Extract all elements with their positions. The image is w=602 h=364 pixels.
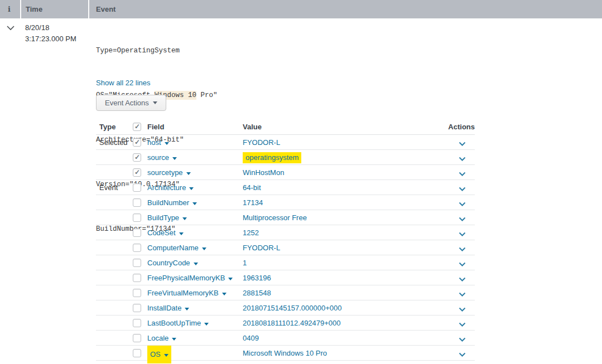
field-name-dropdown[interactable]: Architecture [147,180,194,195]
field-select-checkbox[interactable] [133,274,141,282]
caret-down-icon [165,142,169,145]
field-value-label: Microsoft Windows 10 Pro [243,349,327,357]
field-name-dropdown[interactable]: InstallDate [147,300,189,316]
field-value-label: 0409 [243,334,259,342]
field-actions-chevron-icon[interactable] [459,245,466,250]
field-actions-chevron-icon[interactable] [459,305,466,310]
field-select-checkbox[interactable] [133,198,141,207]
caret-down-icon [222,293,227,295]
field-name-label: FreePhysicalMemoryKB [147,274,225,282]
field-select-checkbox[interactable] [133,213,141,222]
field-name-dropdown[interactable]: BuildNumber [147,195,197,210]
show-all-lines-link[interactable]: Show all 22 lines [96,79,151,87]
collapse-event-chevron-icon[interactable] [6,23,15,30]
field-actions-chevron-icon[interactable] [459,260,466,265]
field-name-label: ComputerName [147,244,199,252]
field-value-label: FYODOR-L [243,138,280,147]
event-time: 3:17:23.000 PM [25,33,76,45]
fields-table-header: Type Field Value Actions [96,122,475,135]
field-value-link[interactable]: FYODOR-L [243,135,280,150]
field-select-checkbox[interactable] [133,229,141,237]
field-value-link[interactable]: 2881548 [243,285,271,300]
field-actions-chevron-icon[interactable] [459,275,466,280]
field-name-dropdown[interactable]: FreePhysicalMemoryKB [147,270,233,285]
caret-down-icon [153,101,157,104]
event-actions-button[interactable]: Event Actions [96,95,166,111]
field-select-checkbox[interactable] [133,259,141,267]
field-name-dropdown[interactable]: ComputerName [147,240,206,255]
field-name-label: LastBootUpTime [147,319,201,327]
field-table-row: Event Architecture 64-bit [96,180,475,195]
field-value-link[interactable]: 1252 [243,225,259,240]
row-type-label: Event [99,180,118,195]
caret-down-icon [172,157,177,160]
field-value-link[interactable]: 1 [243,255,247,270]
field-value-label: 20180818111012.492479+000 [243,319,341,327]
field-name-dropdown[interactable]: BuildType [147,210,187,225]
field-table-row: BuildType Multiprocessor Free [96,210,475,225]
caret-down-icon [228,278,233,280]
info-column-header: i [8,0,11,18]
field-name-label: InstallDate [147,304,181,312]
field-value-link[interactable]: Microsoft Windows 10 Pro [243,346,327,361]
field-value-link[interactable]: Multiprocessor Free [243,210,307,225]
field-name-dropdown[interactable]: LastBootUpTime [147,316,209,331]
field-select-checkbox[interactable] [133,153,141,162]
field-name-dropdown[interactable]: sourcetype [147,165,191,180]
field-name-dropdown[interactable]: CodeSet [147,225,184,240]
event-actions-label: Event Actions [105,99,149,107]
field-name-label: OS [150,350,161,358]
field-value-label: 1 [243,259,247,267]
caret-down-icon [189,187,194,190]
field-actions-chevron-icon[interactable] [459,290,466,295]
column-separator [20,0,21,18]
field-select-checkbox[interactable] [133,168,141,177]
caret-down-icon [192,202,197,205]
field-actions-chevron-icon[interactable] [459,336,466,341]
field-value-label: 20180715145157.000000+000 [243,304,342,312]
field-value-link[interactable]: WinHostMon [243,165,284,180]
field-value-link[interactable]: 1963196 [243,270,271,285]
field-actions-chevron-icon[interactable] [459,140,466,145]
field-select-checkbox[interactable] [133,244,141,252]
field-actions-chevron-icon[interactable] [459,185,466,190]
caret-down-icon [179,232,184,235]
field-value-link[interactable]: 0409 [243,331,259,346]
field-name-dropdown[interactable]: host [147,135,169,150]
field-value-link[interactable]: 64-bit [243,180,261,195]
field-actions-chevron-icon[interactable] [459,155,466,160]
field-actions-chevron-icon[interactable] [459,351,466,356]
field-select-checkbox[interactable] [133,349,141,357]
field-name-dropdown[interactable]: FreeVirtualMemoryKB [147,285,227,300]
field-select-checkbox[interactable] [133,319,141,327]
field-name-dropdown[interactable]: Locale [147,331,176,346]
field-actions-chevron-icon[interactable] [459,321,466,326]
field-value-link[interactable]: 20180715145157.000000+000 [243,300,342,316]
field-value-link[interactable]: 20180818111012.492479+000 [243,316,341,331]
field-actions-chevron-icon[interactable] [459,230,466,235]
field-table-row: sourcetype WinHostMon [96,165,475,180]
field-name-label: CountryCode [147,259,190,267]
field-select-checkbox[interactable] [133,183,141,192]
field-actions-chevron-icon[interactable] [459,200,466,205]
field-value-label: 64-bit [243,183,261,192]
field-select-checkbox[interactable] [133,138,141,147]
field-name-dropdown[interactable]: source [147,150,177,165]
field-actions-chevron-icon[interactable] [459,170,466,175]
field-value-link[interactable]: FYODOR-L [243,240,280,255]
field-name-dropdown[interactable] [147,361,155,364]
field-select-checkbox[interactable] [133,334,141,342]
raw-text: Type=OperatingSystem [96,47,180,55]
field-name-label: host [147,138,161,147]
field-name-label: CodeSet [147,229,176,237]
field-actions-chevron-icon[interactable] [459,215,466,220]
field-select-checkbox[interactable] [133,304,141,312]
field-name-dropdown[interactable]: CountryCode [147,255,198,270]
field-name-label: BuildType [147,213,179,222]
field-value-link[interactable]: operatingsystem [243,150,301,165]
field-table-row: Selected host FYODOR-L [96,135,475,150]
field-value-link[interactable]: 17134 [243,195,263,210]
caret-down-icon [185,308,189,310]
field-select-checkbox[interactable] [133,289,141,297]
select-all-checkbox[interactable] [133,123,141,131]
